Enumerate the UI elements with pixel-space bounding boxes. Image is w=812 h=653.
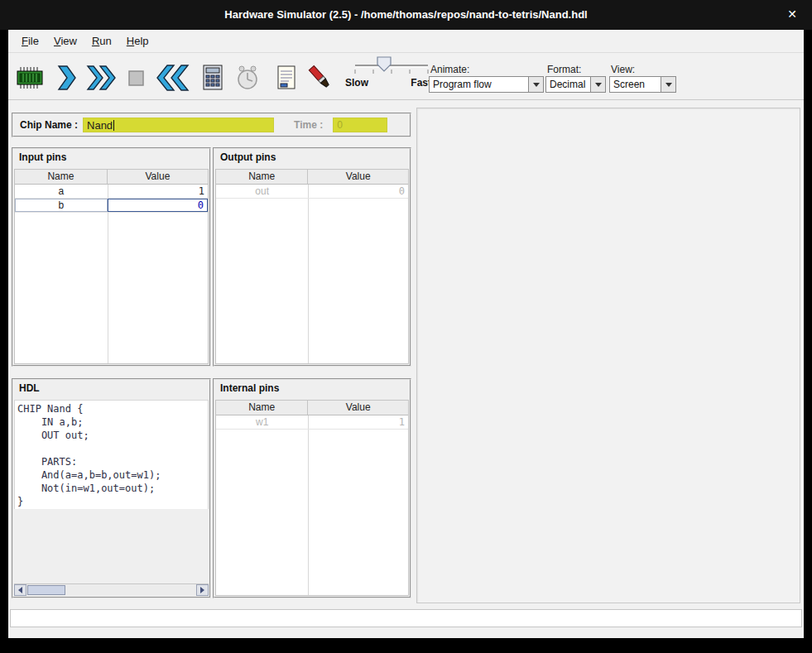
pin-value-cell: 1 xyxy=(308,415,408,429)
format-value: Decimal xyxy=(550,79,585,90)
menu-run-rest: un xyxy=(99,35,111,47)
input-pins-header: Name Value xyxy=(15,170,208,185)
pin-value-editor[interactable]: 0 xyxy=(108,199,208,212)
brush-icon xyxy=(305,64,335,92)
time-label: Time : xyxy=(294,119,323,131)
script-button[interactable] xyxy=(270,62,303,94)
animate-label: Animate: xyxy=(430,64,469,75)
slider-thumb[interactable] xyxy=(377,57,391,71)
eval-button[interactable] xyxy=(196,62,229,94)
output-pins-table: Name Value out 0 xyxy=(215,169,409,364)
run-button[interactable] xyxy=(84,62,118,94)
column-header-name: Name xyxy=(216,170,308,184)
screen-view-area xyxy=(416,108,800,603)
menu-file-mnemonic: F xyxy=(22,35,28,47)
view-value: Screen xyxy=(613,79,645,90)
column-divider xyxy=(308,415,309,595)
menu-view[interactable]: View xyxy=(46,31,84,50)
view-dropdown-button[interactable] xyxy=(661,77,675,92)
hdl-code-line: Not(in=w1,out=out); xyxy=(17,482,208,495)
format-dropdown-button[interactable] xyxy=(590,77,605,92)
pin-name: w1 xyxy=(216,415,308,429)
output-pins-title: Output pins xyxy=(214,149,410,167)
fast-forward-icon xyxy=(85,65,117,91)
input-pins-panel: Input pins Name Value a 1 b 0 xyxy=(12,147,211,367)
hdl-horizontal-scrollbar[interactable] xyxy=(14,583,209,596)
chevron-down-icon xyxy=(533,83,540,87)
menu-bar: File View Run Help xyxy=(8,30,804,53)
menu-view-rest: iew xyxy=(60,35,77,47)
animate-value: Program flow xyxy=(433,79,492,90)
internal-pins-table: Name Value w1 1 xyxy=(215,400,409,596)
menu-help[interactable]: Help xyxy=(119,31,156,50)
status-bar xyxy=(10,609,802,627)
internal-pins-title: Internal pins xyxy=(214,380,410,398)
output-pins-header: Name Value xyxy=(216,170,408,185)
format-select[interactable]: Decimal xyxy=(545,76,606,93)
slider-slow-label: Slow xyxy=(345,77,368,89)
animate-select[interactable]: Program flow xyxy=(429,76,544,93)
pin-row-out: out 0 xyxy=(216,185,408,199)
chip-name-input[interactable]: Nand xyxy=(83,118,274,132)
reset-button[interactable] xyxy=(154,62,192,94)
titlebar: Hardware Simulator (2.5) - /home/thomas/… xyxy=(0,0,812,30)
app-window: File View Run Help xyxy=(8,30,804,638)
time-display: 0 xyxy=(333,118,387,132)
output-pins-panel: Output pins Name Value out 0 xyxy=(213,147,411,367)
input-pins-title: Input pins xyxy=(13,149,209,167)
pin-row-a: a 1 xyxy=(15,185,208,199)
hdl-code-line: OUT out; xyxy=(17,429,208,442)
menu-file[interactable]: File xyxy=(14,31,46,50)
chevron-down-icon xyxy=(595,83,602,87)
chip-icon xyxy=(16,65,44,91)
pin-name: b xyxy=(15,199,108,212)
hdl-code-line: } xyxy=(17,495,208,508)
document-icon xyxy=(274,64,299,92)
column-header-name: Name xyxy=(216,401,308,415)
hdl-code-line: PARTS: xyxy=(17,455,208,468)
scrollbar-thumb[interactable] xyxy=(27,585,65,595)
clock-button[interactable] xyxy=(231,62,264,94)
scroll-left-button[interactable] xyxy=(14,584,26,596)
menu-run[interactable]: Run xyxy=(84,31,119,50)
scroll-right-button[interactable] xyxy=(196,584,209,596)
text-caret xyxy=(113,120,114,131)
pin-row-b: b 0 xyxy=(15,199,208,213)
clear-button[interactable] xyxy=(304,62,337,94)
clock-icon xyxy=(233,64,262,92)
hdl-panel: HDL CHIP Nand { IN a,b; OUT out; PARTS: … xyxy=(12,378,211,598)
pin-value-cell[interactable]: 1 xyxy=(108,185,208,198)
internal-pins-panel: Internal pins Name Value w1 1 xyxy=(213,378,411,598)
stop-button[interactable] xyxy=(119,62,152,94)
column-header-value: Value xyxy=(308,170,408,184)
column-header-value: Value xyxy=(308,401,408,415)
calculator-icon xyxy=(199,64,226,92)
toolbar: Slow Fast Animate: Program flow Format: … xyxy=(8,54,804,100)
chip-name-value: Nand xyxy=(87,119,113,132)
slider-track[interactable] xyxy=(350,55,433,77)
internal-pins-header: Name Value xyxy=(216,401,408,415)
format-label: Format: xyxy=(547,64,581,75)
menu-help-mnemonic: H xyxy=(127,35,134,47)
chip-name-bar: Chip Name : Nand Time : 0 xyxy=(12,113,411,137)
single-step-button[interactable] xyxy=(50,62,83,94)
hdl-code-view: CHIP Nand { IN a,b; OUT out; PARTS: And(… xyxy=(14,400,209,509)
arrow-right-icon xyxy=(200,587,204,593)
close-icon[interactable]: ✕ xyxy=(787,7,797,21)
hdl-title: HDL xyxy=(13,380,209,398)
column-header-name: Name xyxy=(15,170,108,184)
view-select[interactable]: Screen xyxy=(609,76,676,93)
chevron-down-icon xyxy=(665,83,672,87)
view-label: View: xyxy=(611,64,635,75)
animate-dropdown-button[interactable] xyxy=(528,77,543,92)
window-title: Hardware Simulator (2.5) - /home/thomas/… xyxy=(0,8,812,21)
load-chip-button[interactable] xyxy=(13,62,46,94)
pin-name: out xyxy=(216,185,308,198)
pin-name: a xyxy=(15,185,108,198)
rewind-icon xyxy=(156,64,190,92)
menu-run-mnemonic: R xyxy=(92,35,99,47)
stop-icon xyxy=(123,65,149,91)
speed-slider[interactable]: Slow Fast xyxy=(345,54,438,97)
column-header-value: Value xyxy=(108,170,208,184)
menu-help-rest: elp xyxy=(134,35,148,47)
